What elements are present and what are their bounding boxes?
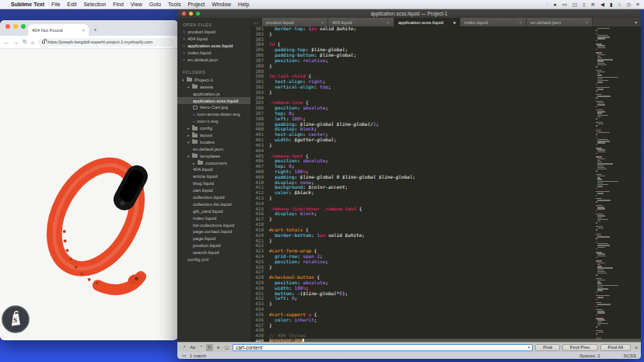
code-line[interactable]: background: $color-accent; [269, 185, 641, 190]
indentation-status[interactable]: Spaces: 2 [579, 353, 600, 358]
tree-item-search.liquid[interactable]: search.liquid [177, 249, 250, 256]
tab-scroll-icons[interactable]: ‹ › [250, 18, 262, 26]
code-line[interactable]: } [269, 265, 641, 270]
open-file-en.default.json[interactable]: ×en.default.json [177, 57, 250, 64]
minimap[interactable] [596, 28, 627, 340]
code-line[interactable]: } [269, 32, 641, 37]
editor-tab-index.liquid[interactable]: index.liquid× [460, 18, 527, 26]
syntax-status[interactable]: SCSS [624, 353, 636, 358]
whole-word-toggle[interactable]: “” [198, 344, 205, 351]
address-bar[interactable]: https://joseph-bergdoll-superhi-project-… [38, 38, 174, 47]
code-line[interactable]: border-top: 1px solid $white; [269, 26, 641, 32]
code-line[interactable] [269, 243, 641, 249]
code-line[interactable]: color: $black; [269, 190, 641, 196]
code-line[interactable]: position: absolute; [269, 106, 641, 111]
spotlight-icon[interactable]: ○ [618, 2, 621, 7]
code-line[interactable]: } [269, 196, 641, 201]
code-line[interactable]: #cart-support p { [269, 312, 641, 318]
tree-item-404.liquid[interactable]: 404.liquid [177, 166, 250, 173]
new-tab-button[interactable]: + [93, 26, 97, 33]
volume-icon[interactable]: ◀ [600, 2, 604, 8]
sublime-titlebar[interactable]: application.scss.liquid — Project-1 [177, 9, 641, 18]
tree-item-Hero-Cart.jpg[interactable]: Hero-Cart.jpg [177, 104, 250, 111]
tree-item-config[interactable]: ▸config [177, 125, 250, 132]
wrap-toggle[interactable]: ↻ [206, 344, 213, 351]
code-line[interactable]: position: relative; [269, 259, 641, 265]
find-close-icon[interactable]: × [635, 345, 638, 350]
code-line[interactable]: top: 0; [269, 164, 641, 169]
highlight-matches-toggle[interactable]: ▢ [223, 344, 230, 351]
menu-item-help[interactable]: Help [238, 2, 249, 7]
close-window-button[interactable] [5, 24, 10, 29]
code-line[interactable]: top: 0; [269, 111, 641, 117]
tree-item-page.contact.liquid[interactable]: page.contact.liquid [177, 228, 250, 235]
code-line[interactable]: } [269, 64, 641, 69]
find-prev-button[interactable]: Find Prev [562, 344, 598, 351]
editor-tab-application.scss.liquid[interactable]: application.scss.liquid● [394, 18, 460, 26]
tree-item-application.js[interactable]: application.js [177, 90, 250, 97]
camera-icon[interactable]: ◫ [572, 2, 577, 8]
code-line[interactable] [269, 37, 641, 43]
code-line[interactable]: position: relative; [269, 58, 641, 64]
code-line[interactable] [269, 307, 641, 312]
code-line[interactable]: } [269, 301, 641, 307]
editor-tab-404.liquid[interactable]: 404.liquid× [328, 18, 394, 26]
code-line[interactable]: padding: $line-global $line-global/2; [269, 122, 641, 127]
tree-item-en.default.json[interactable]: en.default.json [177, 145, 250, 152]
battery-full-icon[interactable]: ▮ [610, 2, 613, 8]
menu-item-goto[interactable]: Goto [149, 2, 161, 7]
tree-item-layout[interactable]: ▸layout [177, 132, 250, 139]
tree-item-collection.liquid[interactable]: collection.liquid [177, 194, 250, 201]
menu-item-find[interactable]: Find [113, 2, 124, 7]
tree-item-application.scss.liquid[interactable]: application.scss.liquid [177, 97, 250, 104]
menu-item-view[interactable]: View [131, 2, 142, 7]
battery-icon[interactable]: ▯ [583, 2, 586, 8]
code-line[interactable]: bottom: -($line-global*8); [269, 291, 641, 297]
code-line[interactable]: width: $gutter-global; [269, 137, 641, 143]
home-icon[interactable]: ⌂ [31, 40, 34, 45]
code-line[interactable] [269, 328, 641, 333]
tab-close-icon[interactable]: × [82, 28, 85, 33]
clock-icon[interactable]: ◷ [627, 2, 632, 8]
code-line[interactable] [269, 69, 641, 75]
code-line[interactable]: border-bottom: 1px solid $white; [269, 233, 641, 238]
keyboard-brightness-icon[interactable]: · [547, 2, 548, 7]
tree-item-list-collections.liquid[interactable]: list-collections.liquid [177, 221, 250, 228]
tree-item-page.liquid[interactable]: page.liquid [177, 235, 250, 242]
case-sensitive-toggle[interactable]: Aa [189, 344, 196, 351]
tab-close-icon[interactable]: × [519, 20, 522, 25]
tab-close-icon[interactable]: × [320, 20, 324, 25]
menu-list-icon[interactable]: ≡ [636, 2, 639, 7]
tree-item-Project-1[interactable]: ▾Project-1 [177, 76, 250, 83]
tree-item-locales[interactable]: ▾locales [177, 138, 250, 145]
tree-item-collection.list.liquid[interactable]: collection.list.liquid [177, 200, 250, 207]
tree-item-assets[interactable]: ▾assets [177, 83, 250, 90]
open-file-product.liquid[interactable]: ×product.liquid [177, 29, 250, 36]
menu-item-edit[interactable]: Edit [67, 2, 76, 7]
bell-icon[interactable]: ● [554, 2, 557, 7]
find-history-dropdown-icon[interactable]: ▾ [528, 345, 530, 350]
tab-overflow-icon[interactable]: ▾ [631, 18, 641, 26]
tree-item-article.liquid[interactable]: article.liquid [177, 173, 250, 180]
code-line[interactable]: } [269, 238, 641, 244]
code-line[interactable]: position: absolute; [269, 158, 641, 164]
reload-icon[interactable]: ↻ [23, 39, 27, 45]
in-selection-toggle[interactable]: ≡ [215, 344, 222, 351]
code-line[interactable] [269, 270, 641, 275]
find-input[interactable] [236, 344, 528, 350]
menu-item-selection[interactable]: Selection [83, 2, 106, 7]
code-line[interactable]: padding: $line-global 0 $line-global $li… [269, 175, 641, 180]
wifi-icon[interactable]: ≋ [591, 2, 595, 8]
tree-item-icon-arrow-down.svg[interactable]: ‹›icon-arrow-down.svg [177, 111, 250, 118]
tree-item-cart.liquid[interactable]: cart.liquid [177, 187, 250, 194]
display-icon[interactable]: ▭ [562, 2, 567, 8]
open-file-application.scss.liquid[interactable]: ×application.scss.liquid [177, 43, 250, 50]
file-close-icon[interactable]: × [183, 37, 185, 41]
regex-toggle[interactable]: .* [180, 344, 187, 351]
tree-item-config.yml[interactable]: config.yml [177, 256, 250, 263]
zoom-window-button[interactable] [21, 24, 26, 29]
file-close-icon[interactable]: × [183, 44, 185, 48]
editor-tab-en.default.json[interactable]: en.default.json× [527, 18, 593, 26]
tree-item-blog.liquid[interactable]: blog.liquid [177, 180, 250, 187]
minimize-window-button[interactable] [13, 24, 18, 29]
